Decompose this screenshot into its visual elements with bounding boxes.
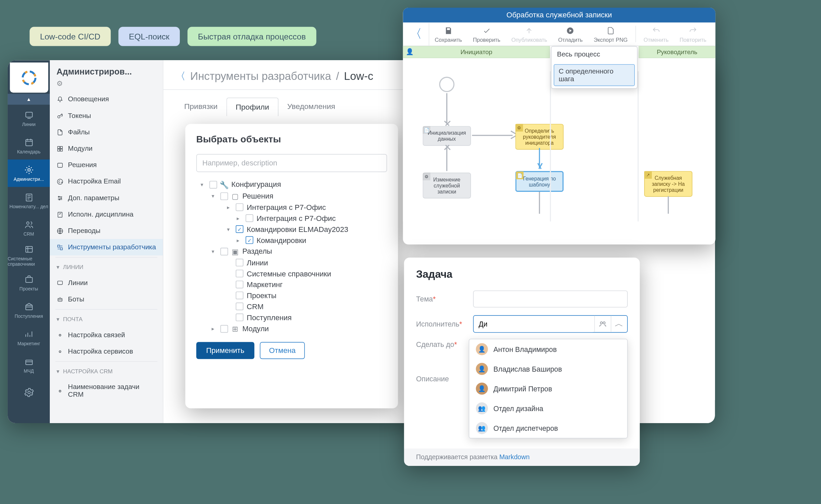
subnav-files[interactable]: Файлы [50,124,163,140]
user-option[interactable]: 👤Антон Владимиров [469,339,627,359]
dropdown-item-step[interactable]: С определенного шага [554,64,635,86]
checkbox[interactable] [220,192,228,200]
chevron-up-icon[interactable]: ︿ [611,316,627,332]
lane-initiator[interactable]: 👤Инициатор [403,46,550,58]
nav-admin[interactable]: Администри... [8,159,50,187]
redo-button[interactable]: Повторить [674,22,712,45]
tree-p7-2[interactable]: Интеграция с Р7-Офис [257,214,336,222]
subnav-tokens[interactable]: Токены [50,107,163,124]
tree-trips2[interactable]: Командировки [257,236,307,244]
start-node[interactable] [439,77,455,92]
back-button[interactable]: 〈 [403,22,429,45]
node-change[interactable]: ⚙Изменение служебной записки [423,173,471,199]
process-canvas[interactable]: 👤Инициатор Руководитель Весь процесс С о… [403,46,715,222]
tree-modules[interactable]: Модули [242,325,269,333]
breadcrumb-root[interactable]: Инструменты разработчика [190,70,331,83]
checkbox[interactable] [236,291,243,299]
node-init[interactable]: 📄Инициализация данных [423,126,471,146]
tab-notif[interactable]: Уведомления [278,98,344,116]
tree-item[interactable]: Маркетинг [247,280,283,289]
user-option[interactable]: 👥Отдел диспетчеров [469,418,627,438]
checkbox-checked[interactable]: ✓ [246,236,253,244]
nav-nomenclature[interactable]: Номенклату... дел [8,187,50,214]
nav-mchd[interactable]: МЧД [8,351,50,379]
nav-projects[interactable]: Проекты [8,269,50,296]
caret-icon[interactable]: ▾ [227,226,232,232]
topic-input[interactable] [473,290,627,307]
caret-icon[interactable]: ▸ [227,204,232,210]
user-option[interactable]: 👤Димитрий Петров [469,379,627,398]
publish-button[interactable]: Опубликовать [506,22,553,45]
subnav-modules[interactable]: Модули [50,140,163,157]
checkbox[interactable] [236,203,243,211]
export-button[interactable]: Экспорт PNG [588,22,633,45]
nav-settings[interactable] [8,379,50,406]
nav-crm[interactable]: CRM [8,214,50,242]
nav-marketing[interactable]: Маркетинг [8,324,50,351]
nav-incoming[interactable]: Поступления [8,296,50,324]
caret-icon[interactable]: ▸ [212,326,217,332]
subnav-notifications[interactable]: Оповещения [50,91,163,107]
save-button[interactable]: Сохранить [429,22,467,45]
tree-item[interactable]: Поступления [247,313,292,322]
markdown-link[interactable]: Markdown [499,453,530,461]
assignee-input[interactable] [474,316,594,332]
node-reg[interactable]: ↗Служебная записку -> На регистрации [644,171,692,197]
checkbox[interactable] [236,270,243,277]
nav-catalogs[interactable]: Системные справочники [8,242,50,269]
checkbox[interactable] [209,180,217,188]
gear-icon[interactable]: ⚙ [50,80,163,91]
caret-icon[interactable]: ▾ [212,248,217,254]
check-button[interactable]: Проверить [467,22,506,45]
subnav-bots[interactable]: Боты [50,291,163,307]
tree-config[interactable]: Конфигурация [231,180,281,189]
lane-manager[interactable]: Руководитель [639,46,716,58]
checkbox[interactable] [236,302,243,310]
subnav-params[interactable]: Доп. параметры [50,190,163,206]
checkbox-checked[interactable]: ✓ [236,225,243,233]
dropdown-item-all[interactable]: Весь процесс [552,46,637,62]
search-input[interactable] [196,154,387,172]
user-option[interactable]: 👥Отдел дизайна [469,398,627,418]
node-head[interactable]: ⚙Определить руководителя инициатора [515,124,564,150]
checkbox[interactable] [236,313,243,321]
subnav-solutions[interactable]: Решения [50,157,163,173]
subnav-email[interactable]: Настройка Email [50,173,163,190]
group-mail[interactable]: ▾ ПОЧТА [50,311,163,327]
caret-icon[interactable]: ▾ [212,193,217,199]
tree-item[interactable]: Системные справочники [247,269,331,278]
tab-profiles[interactable]: Профили [226,98,278,116]
nav-calendar[interactable]: Календарь [8,132,50,159]
subnav-services[interactable]: Настройка сервисов [50,343,163,360]
tab-bindings[interactable]: Привязки [175,98,226,116]
tree-item[interactable]: CRM [247,302,263,310]
user-option[interactable]: 👤Владислав Баширов [469,359,627,379]
back-icon[interactable]: 〈 [175,70,186,83]
checkbox[interactable] [220,247,228,255]
tree-trips[interactable]: Командировки ELMADay2023 [247,225,348,233]
subnav-lines2[interactable]: Линии [50,275,163,291]
checkbox[interactable] [246,214,253,222]
caret-icon[interactable]: ▸ [237,237,242,243]
subnav-translations[interactable]: Переводы [50,223,163,239]
apply-button[interactable]: Применить [196,342,254,359]
subnav-crmtask[interactable]: Наименование задачи CRM [50,379,163,403]
checkbox[interactable] [236,259,243,266]
undo-button[interactable]: Отменить [638,22,674,45]
checkbox[interactable] [220,325,228,333]
subnav-devtools[interactable]: Инструменты разработчика [50,239,163,255]
subnav-discipline[interactable]: Исполн. дисциплина [50,206,163,223]
subnav-links[interactable]: Настройка связей [50,327,163,343]
collapse-icon[interactable]: ▲ [8,94,50,105]
checkbox[interactable] [236,281,243,288]
cancel-button[interactable]: Отмена [260,342,305,359]
group-lines[interactable]: ▾ ЛИНИИ [50,259,163,275]
caret-icon[interactable]: ▸ [237,215,242,221]
tree-item[interactable]: Линии [247,258,268,267]
caret-icon[interactable]: ▾ [201,181,206,187]
debug-button[interactable]: Отладить [553,22,588,45]
node-gen[interactable]: 📄Генерация по шаблону [515,171,564,192]
tree-solutions[interactable]: Решения [242,192,273,200]
tree-p7-1[interactable]: Интеграция с Р7-Офис [247,203,326,212]
tree-sections[interactable]: Разделы [242,247,272,256]
